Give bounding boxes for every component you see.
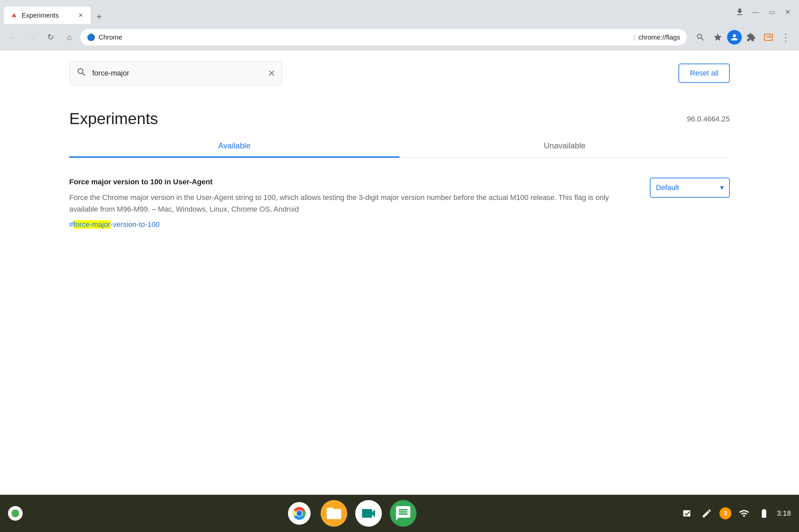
taskbar-status-icon xyxy=(8,506,23,521)
battery-icon[interactable] xyxy=(757,506,772,521)
wifi-icon[interactable] xyxy=(737,506,751,521)
taskbar-center xyxy=(23,500,680,527)
search-toolbar-icon[interactable] xyxy=(692,29,708,45)
taskbar: 3 3:18 xyxy=(0,495,799,532)
notification-badge[interactable]: 3 xyxy=(720,507,731,519)
tab-title: Experiments xyxy=(22,12,73,19)
page-title: Experiments xyxy=(69,110,158,128)
flag-link-rest: -version-to-100 xyxy=(111,220,160,229)
version-text: 96.0.4664.25 xyxy=(687,110,730,124)
search-box[interactable]: ✕ xyxy=(69,61,282,85)
taskbar-time: 3:18 xyxy=(777,509,791,518)
minimize-button[interactable]: — xyxy=(748,5,763,19)
tab-favicon: 🔺 xyxy=(9,11,18,20)
search-icon xyxy=(76,67,87,80)
taskbar-left xyxy=(8,506,23,521)
bookmark-icon[interactable] xyxy=(710,29,726,45)
taskbar-files-app[interactable] xyxy=(321,500,347,527)
close-button[interactable]: ✕ xyxy=(780,5,795,19)
download-icon[interactable] xyxy=(732,5,747,19)
flag-title: Force major version to 100 in User-Agent xyxy=(69,178,623,186)
new-tab-button[interactable]: + xyxy=(92,9,107,24)
extensions-icon[interactable] xyxy=(743,29,759,45)
back-button[interactable]: ← xyxy=(5,29,21,45)
forward-button[interactable]: → xyxy=(24,29,40,45)
address-origin: Chrome xyxy=(98,34,630,41)
flag-description: Force the Chrome major version in the Us… xyxy=(69,192,623,215)
tab-available[interactable]: Available xyxy=(69,134,400,157)
flag-content: Force major version to 100 in User-Agent… xyxy=(69,178,623,229)
svg-point-0 xyxy=(11,509,19,517)
svg-point-5 xyxy=(297,511,302,516)
search-clear-button[interactable]: ✕ xyxy=(268,68,275,79)
flag-select-value: Default xyxy=(656,183,679,192)
taskbar-right: 3 3:18 xyxy=(680,506,791,521)
address-url: chrome://flags xyxy=(638,34,680,41)
active-tab[interactable]: 🔺 Experiments ✕ xyxy=(4,7,91,24)
cast-icon[interactable] xyxy=(760,29,776,45)
experiments-header: Experiments 96.0.4664.25 xyxy=(69,96,730,134)
security-icon: 🔵 xyxy=(87,33,95,41)
home-button[interactable]: ⌂ xyxy=(61,29,77,45)
tabs-row: Available Unavailable xyxy=(69,134,730,158)
search-bar-section: ✕ Reset all xyxy=(0,51,799,96)
reload-button[interactable]: ↻ xyxy=(43,29,59,45)
address-bar-row: ← → ↻ ⌂ 🔵 Chrome | chrome://flags xyxy=(0,24,799,51)
maximize-button[interactable]: ▭ xyxy=(764,5,779,19)
window-controls: — ▭ ✕ xyxy=(732,5,795,19)
flag-link-wrap: #force-major-version-to-100 xyxy=(69,220,623,229)
flag-item: Force major version to 100 in User-Agent… xyxy=(69,171,730,235)
taskbar-chrome-app[interactable] xyxy=(286,500,313,527)
tab-close-button[interactable]: ✕ xyxy=(76,11,85,20)
screenshot-icon[interactable] xyxy=(680,506,694,521)
account-icon[interactable] xyxy=(727,30,742,44)
reset-all-button[interactable]: Reset all xyxy=(679,63,730,83)
search-input[interactable] xyxy=(92,69,262,77)
pen-icon[interactable] xyxy=(700,506,714,521)
taskbar-chat-app[interactable] xyxy=(390,500,416,527)
tab-unavailable[interactable]: Unavailable xyxy=(400,134,730,157)
flag-link-highlight: force-major xyxy=(73,220,110,229)
flag-anchor[interactable]: #force-major-version-to-100 xyxy=(69,220,160,229)
address-bar[interactable]: 🔵 Chrome | chrome://flags xyxy=(80,28,687,46)
main-area: Experiments 96.0.4664.25 Available Unava… xyxy=(0,96,799,495)
address-divider: | xyxy=(633,34,635,41)
menu-button[interactable]: ⋮ xyxy=(778,29,794,45)
flag-dropdown[interactable]: Default ▾ xyxy=(650,178,730,197)
toolbar-icons: ⋮ xyxy=(692,29,794,45)
page-content: ✕ Reset all Experiments 96.0.4664.25 Ava… xyxy=(0,51,799,495)
taskbar-meet-app[interactable] xyxy=(355,500,382,527)
flag-dropdown-arrow: ▾ xyxy=(720,183,724,192)
